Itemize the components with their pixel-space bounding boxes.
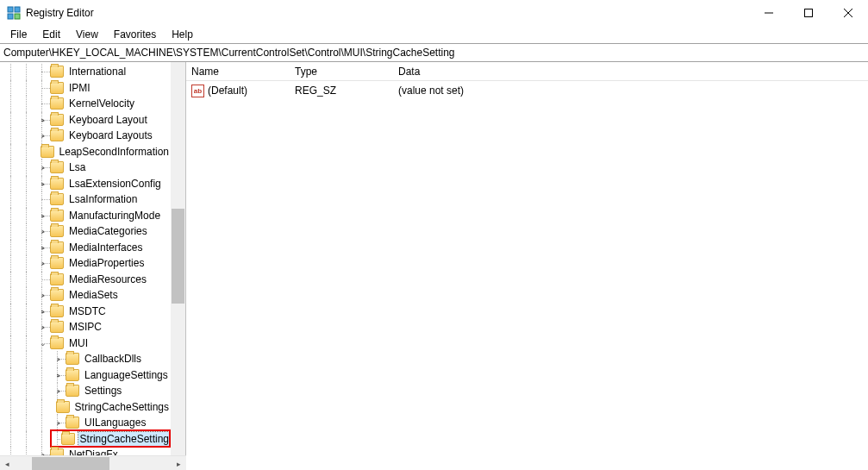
tree-vertical-scrollbar[interactable]	[171, 62, 185, 455]
tree-item[interactable]: ▸LsaExtensionConfig	[0, 176, 171, 192]
window-controls	[749, 0, 868, 26]
tree-item[interactable]: LsaInformation	[0, 191, 171, 208]
tree-item-label: NetDiagFx	[67, 448, 120, 455]
tree-horizontal-scrollbar[interactable]: ◂ ▸	[0, 455, 186, 470]
tree-expander-none	[38, 98, 48, 109]
folder-icon	[50, 129, 64, 141]
folder-icon	[41, 146, 54, 158]
chevron-right-icon[interactable]: ▸	[38, 130, 48, 141]
chevron-right-icon[interactable]: ▸	[53, 354, 64, 364]
tree-item[interactable]: ▸MSDTC	[0, 304, 171, 320]
tree-item[interactable]: ▸CallbackDlls	[0, 351, 171, 367]
column-data[interactable]: Data	[393, 62, 868, 81]
minimize-button[interactable]	[749, 0, 789, 26]
tree-item-label: ManufacturingMode	[67, 209, 162, 222]
column-name[interactable]: Name	[186, 62, 290, 81]
tree-item-label: CallbackDlls	[83, 352, 143, 366]
folder-icon	[50, 241, 64, 254]
tree-item[interactable]: ▸LanguageSettings	[0, 367, 171, 384]
chevron-right-icon[interactable]: ▸	[38, 210, 48, 221]
chevron-right-icon[interactable]: ▸	[38, 258, 48, 268]
tree-item[interactable]: ▸ManufacturingMode	[0, 208, 171, 224]
tree-item[interactable]: ▸Lsa	[0, 160, 171, 176]
tree-expander-none	[38, 147, 39, 157]
folder-icon	[50, 114, 64, 126]
tree-item-label: MSDTC	[67, 304, 108, 318]
tree-item-label: KernelVelocity	[67, 97, 136, 110]
tree-item[interactable]: IPMI	[0, 80, 171, 97]
tree-item-label: International	[67, 65, 128, 78]
tree-item[interactable]: ▸MediaProperties	[0, 255, 171, 272]
tree-item[interactable]: ⌄MUI	[0, 335, 171, 352]
folder-icon	[50, 210, 64, 222]
values-pane: Name Type Data ab(Default)REG_SZ(value n…	[186, 62, 868, 455]
titlebar: Registry Editor	[0, 0, 868, 26]
svg-rect-0	[8, 7, 13, 12]
tree-expander-none	[38, 194, 48, 204]
folder-icon	[66, 417, 79, 429]
tree-item[interactable]: ▸MediaCategories	[0, 223, 171, 240]
tree-expander-none	[38, 66, 48, 77]
scroll-right-button[interactable]: ▸	[172, 456, 186, 470]
scroll-left-button[interactable]: ◂	[0, 456, 15, 470]
menu-edit[interactable]: Edit	[35, 27, 67, 42]
scrollbar-thumb[interactable]	[32, 457, 109, 470]
close-button[interactable]	[828, 0, 868, 26]
chevron-right-icon[interactable]: ▸	[38, 242, 48, 253]
tree-item[interactable]: ▸MediaInterfaces	[0, 240, 171, 256]
tree-item[interactable]: StringCacheSetting	[0, 431, 171, 448]
chevron-right-icon[interactable]: ▸	[38, 322, 48, 332]
column-type[interactable]: Type	[290, 62, 393, 81]
chevron-right-icon[interactable]: ▸	[38, 179, 48, 189]
tree-item[interactable]: StringCacheSettings	[0, 399, 171, 416]
tree-item-label: LeapSecondInformation	[58, 145, 171, 159]
tree-item-label: MediaInterfaces	[67, 241, 144, 254]
tree-item[interactable]: ▸MSIPC	[0, 319, 171, 335]
tree-item[interactable]: International	[0, 64, 171, 80]
folder-icon	[50, 289, 64, 301]
folder-icon	[50, 193, 64, 205]
address-bar[interactable]: Computer\HKEY_LOCAL_MACHINE\SYSTEM\Curre…	[0, 43, 868, 62]
app-icon	[7, 6, 21, 20]
chevron-right-icon[interactable]: ▸	[38, 115, 48, 125]
scrollbar-thumb[interactable]	[172, 209, 184, 304]
svg-rect-5	[805, 9, 813, 17]
maximize-button[interactable]	[789, 0, 828, 26]
chevron-right-icon[interactable]: ▸	[53, 370, 64, 380]
folder-icon	[61, 433, 75, 445]
tree-item[interactable]: ▸Settings	[0, 383, 171, 399]
menu-view[interactable]: View	[69, 27, 105, 42]
chevron-right-icon[interactable]: ▸	[53, 385, 64, 396]
tree-expander-none	[53, 434, 59, 444]
menu-favorites[interactable]: Favorites	[107, 27, 163, 42]
folder-icon	[50, 97, 64, 110]
tree-item[interactable]: ▸UILanguages	[0, 415, 171, 431]
value-row[interactable]: ab(Default)REG_SZ(value not set)	[186, 83, 868, 98]
folder-icon	[50, 273, 64, 285]
chevron-right-icon[interactable]: ▸	[38, 226, 48, 236]
tree-item-label: StringCacheSetting	[78, 432, 171, 446]
tree-item[interactable]: KernelVelocity	[0, 96, 171, 112]
folder-icon	[56, 401, 70, 413]
chevron-right-icon[interactable]: ▸	[38, 449, 48, 455]
tree-item[interactable]: ▸NetDiagFx	[0, 447, 171, 455]
chevron-right-icon[interactable]: ▸	[53, 417, 64, 428]
folder-icon	[66, 353, 79, 365]
folder-icon	[50, 257, 64, 269]
chevron-right-icon[interactable]: ▸	[38, 306, 48, 316]
tree-item[interactable]: ▸Keyboard Layouts	[0, 128, 171, 144]
chevron-right-icon[interactable]: ▸	[38, 162, 48, 172]
chevron-right-icon[interactable]: ▸	[38, 290, 48, 300]
tree-item-label: Keyboard Layout	[67, 113, 149, 127]
menu-file[interactable]: File	[3, 27, 34, 42]
folder-icon	[50, 305, 64, 317]
tree-item[interactable]: MediaResources	[0, 272, 171, 288]
tree-item-label: MUI	[67, 336, 90, 350]
tree-item[interactable]: ▸MediaSets	[0, 287, 171, 304]
tree-expander-none	[53, 402, 54, 412]
menu-help[interactable]: Help	[165, 27, 200, 42]
tree-item[interactable]: ▸Keyboard Layout	[0, 112, 171, 128]
tree-item[interactable]: LeapSecondInformation	[0, 144, 171, 160]
folder-icon	[50, 66, 64, 78]
chevron-down-icon[interactable]: ⌄	[38, 338, 48, 348]
